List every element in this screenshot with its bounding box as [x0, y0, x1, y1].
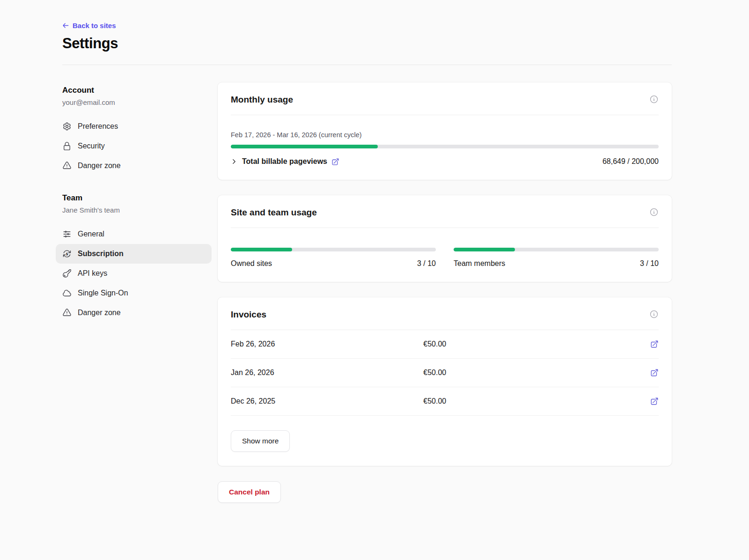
billable-pageviews-label: Total billable pageviews: [242, 157, 327, 166]
sidebar-item-subscription[interactable]: Subscription: [56, 244, 212, 264]
team-heading: Team: [62, 193, 205, 203]
invoices-card: Invoices Feb 26, 2026 €50.00 Jan 26, 202…: [218, 297, 672, 466]
external-link-icon: [650, 368, 659, 377]
info-circle-icon[interactable]: [649, 95, 659, 104]
owned-sites-meter: Owned sites 3 / 10: [231, 242, 436, 268]
warning-triangle-icon: [62, 308, 72, 317]
invoice-amount: €50.00: [423, 340, 650, 348]
sidebar-item-general[interactable]: General: [56, 224, 212, 244]
chevron-right-icon[interactable]: [231, 158, 237, 165]
site-team-usage-card: Site and team usage Owned sites 3 / 10: [218, 195, 672, 282]
external-link-icon: [650, 340, 659, 348]
billing-cycle-text: Feb 17, 2026 - Mar 16, 2026 (current cyc…: [231, 131, 659, 139]
team-members-value: 3 / 10: [640, 259, 659, 268]
owned-sites-progress-track: [231, 248, 436, 251]
sidebar-item-security[interactable]: Security: [56, 136, 212, 156]
invoice-row: Dec 26, 2025 €50.00: [231, 387, 659, 416]
arrow-left-icon: [62, 22, 69, 29]
invoice-download-link[interactable]: [650, 397, 659, 405]
info-circle-icon[interactable]: [649, 309, 659, 319]
sidebar-item-label: Preferences: [78, 122, 118, 131]
team-members-progress-fill: [454, 248, 515, 251]
invoice-amount: €50.00: [423, 368, 650, 377]
external-link-icon: [650, 397, 659, 405]
invoice-date: Feb 26, 2026: [231, 340, 423, 348]
cloud-icon: [62, 288, 72, 298]
subscription-main: Monthly usage Feb 17, 2026 - Mar 16, 202…: [218, 65, 672, 540]
settings-sidebar: Account your@email.com Preferences Secur…: [62, 65, 205, 323]
invoice-download-link[interactable]: [650, 368, 659, 377]
invoices-title: Invoices: [231, 309, 266, 320]
billable-pageviews-row[interactable]: Total billable pageviews 68,649 / 200,00…: [231, 157, 659, 166]
owned-sites-progress-fill: [231, 248, 292, 251]
monthly-usage-card: Monthly usage Feb 17, 2026 - Mar 16, 202…: [218, 82, 672, 180]
sidebar-section-account: Account your@email.com Preferences Secur…: [62, 86, 205, 176]
sidebar-item-team-danger-zone[interactable]: Danger zone: [56, 303, 212, 323]
page-title: Settings: [62, 35, 672, 52]
card-divider: [231, 115, 659, 115]
team-members-progress-track: [454, 248, 659, 251]
invoice-amount: €50.00: [423, 397, 650, 405]
sliders-icon: [62, 229, 72, 239]
dollar-refresh-icon: [62, 249, 72, 258]
owned-sites-value: 3 / 10: [417, 259, 436, 268]
pageviews-progress-track: [231, 145, 659, 148]
sidebar-item-label: Single Sign-On: [78, 289, 128, 297]
sidebar-item-label: Danger zone: [78, 162, 121, 170]
back-to-sites-link[interactable]: Back to sites: [62, 22, 116, 29]
external-link-icon[interactable]: [331, 158, 339, 166]
pageviews-progress-fill: [231, 145, 378, 148]
card-divider: [231, 228, 659, 228]
sidebar-item-label: General: [78, 230, 104, 238]
page-header: Back to sites Settings: [62, 22, 672, 52]
sidebar-item-label: API keys: [78, 269, 107, 278]
back-link-label: Back to sites: [73, 22, 116, 29]
cancel-plan-button[interactable]: Cancel plan: [218, 481, 281, 503]
sidebar-item-label: Security: [78, 142, 105, 150]
sidebar-item-label: Danger zone: [78, 309, 121, 317]
gear-icon: [62, 122, 72, 131]
invoice-row: Jan 26, 2026 €50.00: [231, 359, 659, 387]
sidebar-item-label: Subscription: [78, 250, 124, 258]
invoice-date: Jan 26, 2026: [231, 368, 423, 377]
account-email: your@email.com: [62, 98, 205, 106]
team-name: Jane Smith's team: [62, 206, 205, 214]
owned-sites-label: Owned sites: [231, 259, 272, 268]
sidebar-item-preferences[interactable]: Preferences: [56, 117, 212, 136]
invoice-date: Dec 26, 2025: [231, 397, 423, 405]
sidebar-item-api-keys[interactable]: API keys: [56, 264, 212, 283]
settings-page: Back to sites Settings Account your@emai…: [0, 0, 749, 540]
info-circle-icon[interactable]: [649, 207, 659, 217]
monthly-usage-title: Monthly usage: [231, 95, 293, 105]
warning-triangle-icon: [62, 161, 72, 170]
sidebar-item-single-sign-on[interactable]: Single Sign-On: [56, 283, 212, 303]
site-team-usage-title: Site and team usage: [231, 207, 317, 218]
account-heading: Account: [62, 86, 205, 95]
show-more-button[interactable]: Show more: [231, 430, 290, 452]
lock-icon: [62, 141, 72, 151]
account-nav: Preferences Security Danger zone: [62, 117, 205, 176]
sidebar-item-account-danger-zone[interactable]: Danger zone: [56, 156, 212, 176]
sidebar-section-team: Team Jane Smith's team General Subscript…: [62, 193, 205, 323]
key-icon: [62, 269, 72, 278]
billable-pageviews-value: 68,649 / 200,000: [602, 157, 659, 166]
team-members-label: Team members: [454, 259, 505, 268]
team-members-meter: Team members 3 / 10: [454, 242, 659, 268]
invoice-download-link[interactable]: [650, 340, 659, 348]
team-nav: General Subscription API keys Single Sig…: [62, 224, 205, 323]
invoice-row: Feb 26, 2026 €50.00: [231, 330, 659, 359]
